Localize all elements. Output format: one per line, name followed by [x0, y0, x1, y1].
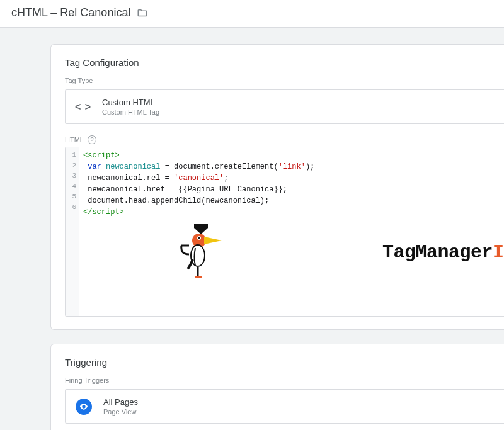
tag-type-name: Custom HTML	[102, 98, 159, 107]
svg-marker-3	[204, 237, 222, 244]
tag-type-selector[interactable]: < > Custom HTML Custom HTML Tag	[65, 89, 504, 124]
code-icon: < >	[76, 99, 91, 115]
firing-triggers-label: Firing Triggers	[65, 376, 504, 384]
watermark-logo: TagManagerItalia	[180, 210, 504, 295]
card-title: Triggering	[65, 357, 504, 368]
trigger-name: All Pages	[103, 397, 138, 407]
card-title: Tag Configuration	[65, 57, 504, 68]
page-title: cHTML – Rel Canonical	[11, 6, 130, 20]
svg-marker-1	[194, 228, 208, 234]
topbar: cHTML – Rel Canonical	[0, 0, 504, 28]
line-number: 5	[66, 191, 76, 202]
tag-configuration-card[interactable]: Tag Configuration Tag Type < > Custom HT…	[50, 44, 504, 330]
tag-type-label: Tag Type	[65, 77, 504, 84]
tag-type-sub: Custom HTML Tag	[102, 108, 159, 116]
woodpecker-icon	[180, 223, 224, 283]
line-number: 6	[66, 202, 76, 213]
line-gutter: 1 2 3 4 5 6	[66, 147, 79, 316]
line-number: 1	[66, 150, 76, 161]
html-editor[interactable]: 1 2 3 4 5 6 <script> var newcanonical = …	[65, 147, 504, 317]
watermark-text-a: TagManager	[382, 242, 493, 263]
svg-point-6	[191, 245, 205, 266]
pageview-icon	[76, 399, 92, 415]
watermark-text-b: Italia	[493, 242, 504, 263]
trigger-row[interactable]: All Pages Page View	[65, 389, 504, 424]
triggering-card[interactable]: Triggering Firing Triggers All Pages Pag…	[50, 344, 504, 430]
trigger-type: Page View	[103, 408, 138, 416]
html-label: HTML	[65, 136, 84, 144]
line-number: 2	[66, 161, 76, 171]
svg-rect-0	[194, 224, 208, 228]
code-area[interactable]: <script> var newcanonical = document.cre…	[79, 147, 504, 316]
line-number: 4	[66, 181, 76, 192]
svg-point-5	[198, 237, 200, 239]
help-icon[interactable]: ?	[88, 135, 96, 144]
folder-icon[interactable]	[137, 8, 148, 19]
content-area: Tag Configuration Tag Type < > Custom HT…	[0, 28, 504, 430]
svg-point-10	[83, 405, 85, 407]
line-number: 3	[66, 171, 76, 181]
